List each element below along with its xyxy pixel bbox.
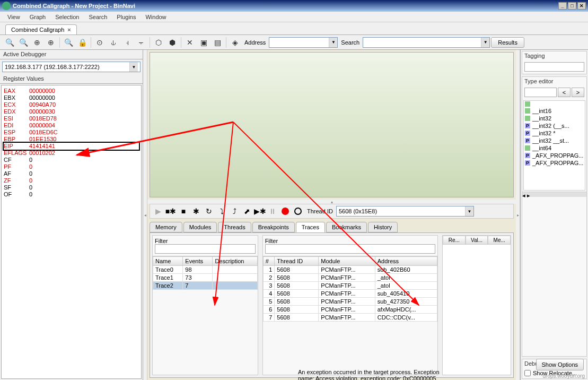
menu-plugins[interactable]: Plugins xyxy=(112,13,140,21)
trace-event-row[interactable]: 75608PCManFTP...CDC::CDC(v... xyxy=(263,314,437,322)
step-into-icon[interactable]: ⤵ xyxy=(216,205,227,217)
step2-icon[interactable]: ■ xyxy=(178,205,189,217)
menu-graph[interactable]: Graph xyxy=(25,13,50,21)
trace-event-row[interactable]: 55608PCManFTP...sub_427350 xyxy=(263,298,437,306)
lock-icon[interactable]: 🔒 xyxy=(76,36,89,49)
col-events[interactable]: Events xyxy=(183,257,213,266)
mini-col-val[interactable]: Val... xyxy=(466,236,488,245)
register-row[interactable]: AF0 xyxy=(4,170,139,177)
step-out-icon[interactable]: ⬈ xyxy=(241,205,253,217)
type-row[interactable]: __int32 xyxy=(524,115,585,122)
menu-search[interactable]: Search xyxy=(85,13,112,21)
checkbox-input[interactable] xyxy=(524,370,531,376)
record-outline-icon[interactable] xyxy=(292,205,304,217)
lower-tab-threads[interactable]: Threads xyxy=(218,222,251,232)
menu-view[interactable]: View xyxy=(3,13,24,21)
layout5-icon[interactable]: ⬢ xyxy=(166,36,179,49)
register-row[interactable]: EDX00000030 xyxy=(4,108,139,115)
dropdown-arrow-icon[interactable]: ▼ xyxy=(481,38,489,47)
zoom-in-icon[interactable]: 🔍 xyxy=(17,36,30,49)
filter-input[interactable] xyxy=(265,244,435,254)
circle-arrow-icon[interactable]: ↻ xyxy=(203,205,215,217)
lower-tab-breakpoints[interactable]: Breakpoints xyxy=(252,222,295,232)
maximize-button[interactable]: □ xyxy=(568,2,576,10)
search-field[interactable]: ▼ xyxy=(363,37,490,48)
doc-tab[interactable]: Combined Callgraph × xyxy=(5,24,77,34)
lower-tab-traces[interactable]: Traces xyxy=(296,222,325,232)
col-module[interactable]: Module xyxy=(319,257,375,266)
trace-event-row[interactable]: 45608PCManFTP...sub_405410 xyxy=(263,290,437,298)
register-row[interactable]: ECX00940A70 xyxy=(4,101,139,108)
play-icon[interactable]: ▶ xyxy=(152,205,164,217)
type-list[interactable]: __int16__int32P__int32 (__s...P__int32 *… xyxy=(523,100,585,191)
register-row[interactable]: ESP0018ED6C xyxy=(4,129,139,136)
trace-event-row[interactable]: 35608PCManFTP..._atol xyxy=(263,282,437,290)
delete-icon[interactable]: ✕ xyxy=(183,36,196,49)
lower-tab-history[interactable]: History xyxy=(368,222,398,232)
register-row[interactable]: CF0 xyxy=(4,157,139,163)
trace-row[interactable]: Trace27 xyxy=(153,282,258,290)
lower-tab-bookmarks[interactable]: Bookmarks xyxy=(326,222,367,232)
type-next-button[interactable]: > xyxy=(572,88,584,97)
horizontal-scrollbar[interactable]: ◂ ▸ xyxy=(522,192,586,197)
register-row[interactable]: EAX00000000 xyxy=(4,88,139,94)
type-row[interactable]: P__int32 __st... xyxy=(524,137,585,144)
col-description[interactable]: Description xyxy=(213,257,257,266)
register-row[interactable]: SF0 xyxy=(4,184,139,191)
dropdown-arrow-icon[interactable]: ▼ xyxy=(465,206,473,216)
register-row[interactable]: EFLAGS00010202 xyxy=(4,150,139,157)
results-button[interactable]: Results xyxy=(491,37,524,48)
dropdown-arrow-icon[interactable]: ▼ xyxy=(129,62,138,72)
col-thread[interactable]: Thread ID xyxy=(275,257,319,266)
type-row[interactable]: P_AFX_PROPPAG... xyxy=(524,159,585,167)
trace-row[interactable]: Trace173 xyxy=(153,274,258,282)
debugger-select[interactable]: 192.168.3.177 (192.168.3.177:2222) ▼ xyxy=(2,62,141,72)
pause-icon[interactable]: ⏸ xyxy=(267,205,278,217)
lower-tab-modules[interactable]: Modules xyxy=(183,222,217,232)
doc-tab-close-icon[interactable]: × xyxy=(67,27,71,33)
ungroup-icon[interactable]: ▤ xyxy=(211,36,224,49)
layout2-icon[interactable]: ⫞ xyxy=(121,36,134,49)
step-icon[interactable]: ■✱ xyxy=(165,205,177,217)
step-over-icon[interactable]: ⤴ xyxy=(229,205,240,217)
tagging-input[interactable] xyxy=(524,62,584,72)
lower-tab-memory[interactable]: Memory xyxy=(150,222,182,232)
type-row[interactable]: P_AFX_PROPPAG... xyxy=(524,152,585,159)
layout1-icon[interactable]: ⫝ xyxy=(107,36,120,49)
thread-select[interactable]: 5608 (0x15E8) ▼ xyxy=(336,206,474,217)
type-prev-button[interactable]: < xyxy=(558,88,571,97)
trace-event-row[interactable]: 25608PCManFTP..._atoi xyxy=(263,274,437,282)
menu-window[interactable]: Window xyxy=(141,13,170,21)
layout4-icon[interactable]: ⬡ xyxy=(152,36,165,49)
minimize-button[interactable]: _ xyxy=(558,2,567,10)
trace-event-row[interactable]: 15608PCManFTP...sub_402B60 xyxy=(263,266,437,274)
close-button[interactable]: ✕ xyxy=(577,2,586,10)
record-icon[interactable] xyxy=(279,205,291,217)
mini-col-re[interactable]: Re... xyxy=(443,236,466,245)
type-search-input[interactable] xyxy=(524,88,557,97)
vertical-splitter[interactable]: ◂ xyxy=(143,50,147,380)
filter-input[interactable] xyxy=(155,244,256,254)
group-icon[interactable]: ▣ xyxy=(197,36,210,49)
zoom-sel-icon[interactable]: ⊕ xyxy=(45,36,57,49)
misc-icon[interactable]: ◈ xyxy=(229,36,241,49)
zoom-fit-icon[interactable]: ⊕ xyxy=(31,36,43,49)
layout3-icon[interactable]: ⫟ xyxy=(135,36,147,49)
magnify-icon[interactable]: 🔍 xyxy=(62,36,75,49)
register-row[interactable]: ZF0 xyxy=(4,177,139,184)
horizontal-splitter[interactable]: ▴ xyxy=(147,200,516,204)
menu-selection[interactable]: Selection xyxy=(51,13,83,21)
trace-event-row[interactable]: 65608PCManFTP...afxMapHDC(... xyxy=(263,306,437,314)
show-options-button[interactable]: Show Options xyxy=(536,359,584,370)
register-row[interactable]: ESI0018ED78 xyxy=(4,115,139,122)
type-row[interactable]: __int64 xyxy=(524,144,585,152)
vertical-splitter-right[interactable]: ▸ xyxy=(516,50,520,380)
col-address[interactable]: Address xyxy=(375,257,437,266)
step3-icon[interactable]: ✱ xyxy=(190,205,202,217)
col-num[interactable]: # xyxy=(263,257,275,266)
type-row[interactable]: P__int32 * xyxy=(524,129,585,137)
type-row[interactable]: __int16 xyxy=(524,107,585,115)
trace-row[interactable]: Trace098 xyxy=(153,266,258,274)
address-field[interactable]: ▼ xyxy=(269,37,338,48)
register-row[interactable]: EBX00000000 xyxy=(4,94,139,101)
